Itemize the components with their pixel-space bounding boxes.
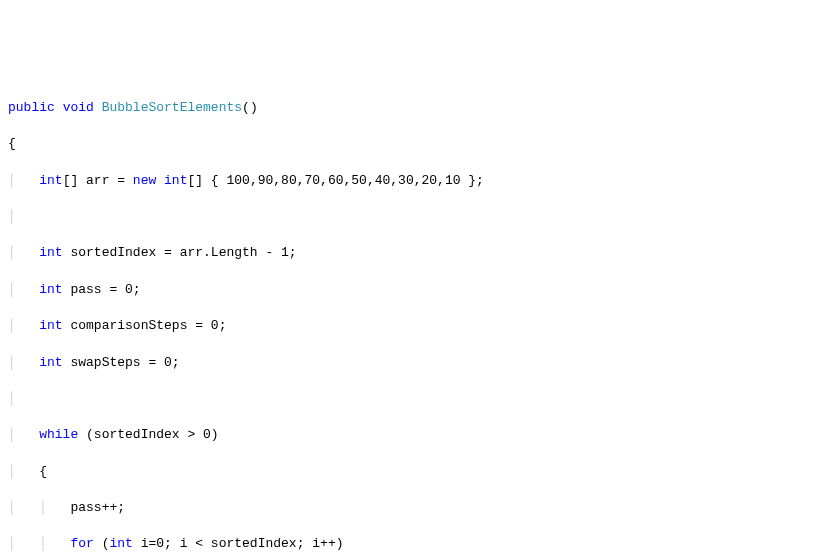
code-text: [] arr = <box>63 173 133 188</box>
code-line: │ int sortedIndex = arr.Length - 1; <box>8 244 808 262</box>
code-text: swapSteps = 0; <box>63 355 180 370</box>
code-line: │ │ pass++; <box>8 499 808 517</box>
code-line: │ │ for (int i=0; i < sortedIndex; i++) <box>8 535 808 553</box>
code-text: sortedIndex = arr.Length - 1; <box>63 245 297 260</box>
method-name: BubbleSortElements <box>102 100 242 115</box>
code-line: │ while (sortedIndex > 0) <box>8 426 808 444</box>
keyword-public: public <box>8 100 55 115</box>
brace: { <box>8 136 16 151</box>
keyword-int: int <box>109 536 132 551</box>
keyword-int: int <box>39 245 62 260</box>
keyword-while: while <box>39 427 78 442</box>
code-text: () <box>242 100 258 115</box>
brace: { <box>39 464 47 479</box>
code-text: (sortedIndex > 0) <box>78 427 218 442</box>
code-line: │ int[] arr = new int[] { 100,90,80,70,6… <box>8 172 808 190</box>
keyword-int: int <box>39 318 62 333</box>
code-line: │ { <box>8 463 808 481</box>
code-line: │ int swapSteps = 0; <box>8 354 808 372</box>
keyword-for: for <box>70 536 93 551</box>
code-line: │ <box>8 208 808 226</box>
keyword-int: int <box>39 355 62 370</box>
keyword-new: new <box>133 173 156 188</box>
code-block: public void BubbleSortElements() { │ int… <box>8 81 808 557</box>
code-line: { <box>8 135 808 153</box>
keyword-void: void <box>63 100 94 115</box>
code-text: pass = 0; <box>63 282 141 297</box>
code-text: pass++; <box>70 500 125 515</box>
code-line: public void BubbleSortElements() <box>8 99 808 117</box>
code-text: comparisonSteps = 0; <box>63 318 227 333</box>
code-line: │ <box>8 390 808 408</box>
keyword-int: int <box>39 173 62 188</box>
code-line: │ int comparisonSteps = 0; <box>8 317 808 335</box>
code-text: [] { 100,90,80,70,60,50,40,30,20,10 }; <box>187 173 483 188</box>
keyword-int: int <box>164 173 187 188</box>
code-text: i=0; i < sortedIndex; i++) <box>133 536 344 551</box>
code-line: │ int pass = 0; <box>8 281 808 299</box>
code-text: ( <box>94 536 110 551</box>
keyword-int: int <box>39 282 62 297</box>
